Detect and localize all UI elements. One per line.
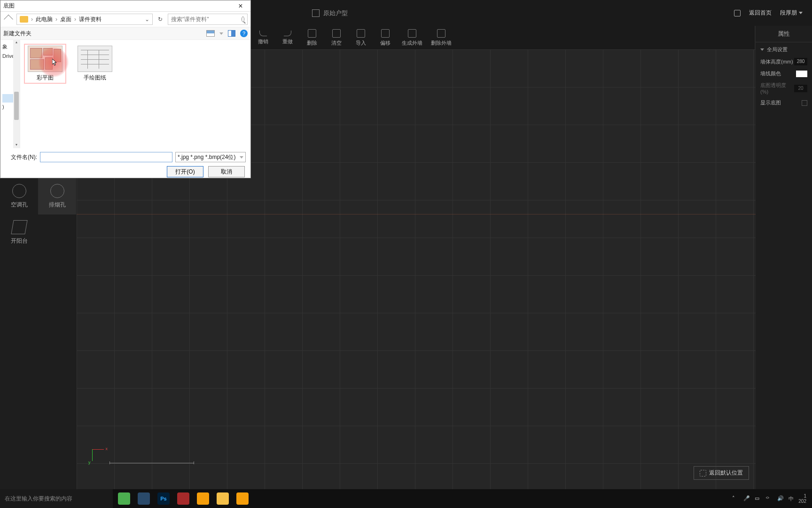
chevron-down-icon (760, 48, 764, 51)
home-link[interactable]: 返回首页 (749, 9, 772, 17)
prop-show-base: 显示底图 (760, 99, 807, 106)
preview-pane-icon[interactable] (228, 30, 235, 37)
close-button[interactable]: × (234, 2, 248, 10)
floorplan-icon (312, 9, 320, 17)
scroll-up-icon[interactable]: ▴ (14, 40, 19, 46)
dialog-nav: › 此电脑 › 桌面 › 课件资料 ⌄ ↻ (0, 12, 250, 27)
help-icon[interactable]: ? (240, 30, 248, 37)
folder-tree[interactable]: 象 Drive ) ▴ ▾ (0, 40, 20, 148)
file-name: 手绘图纸 (84, 74, 106, 82)
taskbar-app[interactable] (233, 489, 252, 508)
open-button[interactable]: 打开(O) (167, 166, 203, 177)
properties-title: 属性 (756, 26, 812, 42)
scroll-thumb[interactable] (14, 92, 19, 120)
clock[interactable]: 1 202 (798, 493, 806, 504)
tool-balcony[interactable]: 开阳台 (0, 214, 38, 251)
axis-gizmo (91, 447, 105, 461)
chevron-down-icon[interactable] (219, 32, 223, 35)
system-tray: ˄ 🎤 ▭ ⌔ 🔊 中 1 202 (732, 493, 812, 504)
focus-icon (700, 470, 706, 476)
file-name: 彩平图 (37, 74, 54, 82)
wifi-icon[interactable]: ⌔ (766, 495, 773, 502)
redo-icon (284, 31, 291, 36)
clear-button[interactable]: 清空 (324, 26, 349, 49)
file-list[interactable]: 彩平图 手绘图纸 (20, 40, 250, 148)
left-tool-grid: 空调孔 排烟孔 开阳台 (0, 178, 77, 251)
taskbar-apps: Ps (115, 489, 252, 508)
reset-view-button[interactable]: 返回默认位置 (694, 466, 749, 480)
user-name: 段厚朋 (780, 9, 797, 17)
gen-wall-button[interactable]: 生成外墙 (398, 26, 427, 49)
scroll-down-icon[interactable]: ▾ (14, 143, 19, 148)
thumbnail (28, 46, 62, 72)
file-item-sketch[interactable]: 手绘图纸 (75, 45, 115, 83)
hole-icon (50, 184, 64, 198)
tray-chevron-icon[interactable]: ˄ (732, 495, 739, 502)
search-box[interactable] (168, 14, 248, 25)
opacity-input[interactable]: 20 (794, 85, 807, 92)
chevron-down-icon[interactable]: ⌄ (145, 16, 149, 23)
taskbar-app[interactable] (115, 489, 133, 508)
taskbar-app[interactable] (194, 489, 212, 508)
tree-scrollbar[interactable]: ▴ ▾ (13, 40, 20, 148)
new-folder-button[interactable]: 新建文件夹 (3, 30, 206, 38)
import-icon (357, 29, 365, 38)
tool-ac-hole[interactable]: 空调孔 (0, 178, 38, 214)
import-button[interactable]: 导入 (349, 26, 373, 49)
dialog-titlebar[interactable]: 底图 × (0, 0, 250, 12)
properties-panel: 属性 全局设置 墙体高度(mm) 280 墙线颜色 底图透明度(%) 20 显示… (756, 26, 812, 489)
battery-icon[interactable]: ▭ (755, 495, 761, 502)
filename-input[interactable] (40, 152, 172, 162)
app-header: 原始户型 返回首页 段厚朋 (251, 0, 812, 26)
delete-button[interactable]: 删除 (300, 26, 324, 49)
hole-icon (12, 184, 26, 198)
trash-icon (308, 29, 316, 38)
file-type-select[interactable]: *.jpg *.png *.bmp(24位) (175, 152, 246, 162)
prop-wall-color: 墙线颜色 (760, 70, 807, 77)
home-icon (734, 10, 741, 16)
undo-icon (259, 31, 267, 36)
prop-opacity: 底图透明度(%) 20 (760, 82, 807, 95)
del-wall-button[interactable]: 删除外墙 (427, 26, 456, 49)
workspace-tab[interactable]: 原始户型 (312, 9, 348, 17)
volume-icon[interactable]: 🔊 (777, 495, 784, 502)
folder-icon (20, 16, 28, 23)
mic-icon[interactable]: 🎤 (743, 495, 750, 502)
tab-label: 原始户型 (323, 9, 348, 17)
balcony-icon (11, 220, 27, 234)
horizon-line (77, 214, 756, 214)
offset-button[interactable]: 偏移 (373, 26, 398, 49)
taskbar-app-explorer[interactable] (213, 489, 232, 508)
breadcrumb[interactable]: › 此电脑 › 桌面 › 课件资料 ⌄ (16, 14, 153, 25)
view-mode-icon[interactable] (206, 30, 215, 37)
scale-bar (109, 463, 194, 463)
cancel-button[interactable]: 取消 (208, 166, 245, 177)
wall-gen-icon (408, 29, 416, 38)
undo-button[interactable]: 撤销 (251, 26, 275, 49)
taskbar: 在这里输入你要搜索的内容 Ps ˄ 🎤 ▭ ⌔ 🔊 中 1 202 (0, 489, 812, 508)
file-item-color-plan[interactable]: 彩平图 (25, 45, 65, 83)
taskbar-app[interactable] (134, 489, 153, 508)
crumb[interactable]: 桌面 (60, 16, 71, 24)
taskbar-search[interactable]: 在这里输入你要搜索的内容 (0, 489, 113, 508)
refresh-button[interactable]: ↻ (156, 15, 165, 24)
redo-button[interactable]: 重做 (275, 26, 300, 49)
wall-del-icon (437, 29, 445, 38)
crumb[interactable]: 此电脑 (36, 16, 53, 24)
prop-wall-height: 墙体高度(mm) 280 (760, 58, 807, 65)
color-swatch[interactable] (796, 71, 807, 77)
tool-smoke-hole[interactable]: 排烟孔 (38, 178, 76, 214)
ime-indicator[interactable]: 中 (789, 495, 794, 502)
toolbar: 撤销 重做 删除 清空 导入 偏移 生成外墙 删除外墙 + 新建方案 (251, 26, 812, 49)
filename-label: 文件名(N): (5, 153, 37, 161)
user-menu[interactable]: 段厚朋 (780, 9, 803, 17)
taskbar-app-photoshop[interactable]: Ps (154, 489, 173, 508)
search-input[interactable] (171, 16, 242, 23)
dialog-toolbar: 新建文件夹 ? (0, 27, 250, 40)
wall-height-input[interactable]: 280 (794, 58, 807, 65)
taskbar-app[interactable] (174, 489, 193, 508)
up-icon[interactable] (4, 15, 13, 24)
section-global[interactable]: 全局设置 (760, 46, 807, 53)
show-base-checkbox[interactable] (802, 100, 807, 106)
crumb[interactable]: 课件资料 (79, 16, 102, 24)
